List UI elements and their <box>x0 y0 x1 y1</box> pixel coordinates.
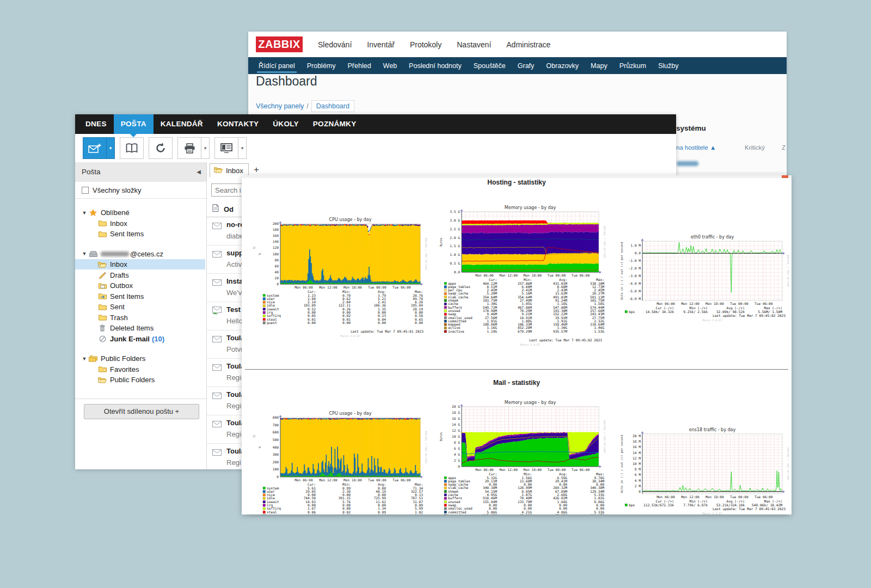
chart-mail-mem[interactable] <box>462 399 599 467</box>
mail-nav-tab-úkoly[interactable]: ÚKOLY <box>266 114 306 134</box>
svg-text:-2.0 M: -2.0 M <box>629 266 641 270</box>
svg-text:Mon 06:00: Mon 06:00 <box>295 478 313 482</box>
new-mail-dropdown-caret[interactable]: ▾ <box>107 137 115 159</box>
folder-deleted-items[interactable]: Deleted Items <box>75 323 205 333</box>
breadcrumb-all-panels[interactable]: Všechny panely <box>256 102 304 110</box>
mail-from: Insta <box>226 277 243 285</box>
zabbix-submenu-poslední-hodnoty[interactable]: Poslední hodnoty <box>403 57 468 74</box>
chart-hosting-mem[interactable] <box>462 204 599 272</box>
add-tab-button[interactable]: + <box>254 164 259 175</box>
svg-text:%: % <box>258 446 261 448</box>
zabbix-submenu-grafy[interactable]: Grafy <box>512 57 541 74</box>
svg-text:Tue 06:00: Tue 06:00 <box>755 302 773 305</box>
reading-pane-button[interactable] <box>214 137 238 159</box>
zabbix-logo[interactable]: ZABBIX <box>256 36 303 52</box>
mail-nav-tab-dnes[interactable]: DNES <box>78 114 114 134</box>
zabbix-menu-administrace[interactable]: Administrace <box>506 40 550 49</box>
print-button[interactable] <box>177 137 201 159</box>
zabbix-menu-inventář[interactable]: Inventář <box>367 40 395 49</box>
chart-hosting-cpu[interactable] <box>280 216 420 284</box>
svg-text:bps: bps <box>629 310 635 314</box>
svg-text:0: 0 <box>639 489 641 493</box>
folder-sent-items[interactable]: Sent Items <box>75 291 205 302</box>
svg-text:Mon 18:00: Mon 18:00 <box>706 495 724 499</box>
zabbix-submenu-průzkum[interactable]: Průzkum <box>614 57 652 74</box>
svg-text:Munin 2.0.67: Munin 2.0.67 <box>520 343 540 346</box>
zabbix-menu-sledování[interactable]: Sledování <box>318 40 352 49</box>
zabbix-submenu-mapy[interactable]: Mapy <box>585 57 614 74</box>
mail-nav-tab-kontakty[interactable]: KONTAKTY <box>210 114 266 134</box>
mail-preview: We'v <box>226 289 242 297</box>
expand-arrow-icon[interactable]: ▼ <box>82 251 87 256</box>
folder--cetes-cz[interactable]: ▼@cetes.cz <box>75 249 205 259</box>
folder-favorites[interactable]: Favorites <box>75 364 205 375</box>
folder-icon <box>98 220 107 226</box>
chart-mail-net[interactable] <box>642 426 782 494</box>
zabbix-submenu-řídící-panel[interactable]: Řídící panel <box>253 57 301 74</box>
trash-icon <box>98 324 107 332</box>
address-book-button[interactable] <box>120 137 144 159</box>
all-folders-checkbox[interactable] <box>82 187 89 194</box>
zabbix-submenu-služby[interactable]: Služby <box>652 57 685 74</box>
folders-icon <box>89 355 97 362</box>
mail-nav-tab-kalendář[interactable]: KALENDÁŘ <box>154 114 210 134</box>
folder-drafts[interactable]: Drafts <box>75 270 205 280</box>
svg-text:Mon 18:00: Mon 18:00 <box>344 285 362 289</box>
svg-text:Mon 18:00: Mon 18:00 <box>706 302 724 305</box>
sidebar-collapse-icon[interactable]: ◀ <box>197 162 201 182</box>
zabbix-submenu-obrazovky[interactable]: Obrazovky <box>540 57 585 74</box>
svg-text:8 M: 8 M <box>635 467 641 471</box>
mail-preview: Regi <box>226 458 241 467</box>
folder-trash[interactable]: Trash <box>75 313 205 323</box>
outbox-icon <box>98 283 107 289</box>
folder-public-folders[interactable]: ▼Public Folders <box>75 353 205 364</box>
svg-text:3.0 G: 3.0 G <box>450 218 460 222</box>
chart-mail-cpu[interactable] <box>280 410 420 477</box>
redacted-host-link[interactable] <box>677 161 698 166</box>
new-mail-button[interactable] <box>83 137 107 159</box>
zabbix-menu-protokoly[interactable]: Protokoly <box>410 40 441 49</box>
expand-arrow-icon[interactable]: ▼ <box>82 356 87 362</box>
svg-text:32.09k/ 98.52k: 32.09k/ 98.52k <box>716 310 745 314</box>
expand-arrow-icon[interactable]: ▼ <box>82 210 87 216</box>
svg-text:14.58k/ 34.32k: 14.58k/ 34.32k <box>646 310 674 314</box>
svg-text:Tue 00:00: Tue 00:00 <box>548 273 566 277</box>
zabbix-submenu-přehled[interactable]: Přehled <box>342 57 377 74</box>
zabbix-submenu-problémy[interactable]: Problémy <box>301 57 342 74</box>
svg-text:1.53G: 1.53G <box>594 329 604 333</box>
folder-public-folders[interactable]: Public Folders <box>75 375 205 385</box>
envelope-icon <box>212 391 222 401</box>
breadcrumb-dashboard[interactable]: Dashboard <box>311 100 354 112</box>
print-dropdown-caret[interactable]: ▾ <box>201 137 210 159</box>
folder-sent[interactable]: Sent <box>75 302 205 312</box>
zabbix-submenu-spouštěče[interactable]: Spouštěče <box>468 57 512 74</box>
zabbix-submenu-web[interactable]: Web <box>377 57 403 74</box>
sent-icon <box>98 293 107 299</box>
folder-sent-items[interactable]: Sent Items <box>75 229 205 239</box>
svg-text:0.0: 0.0 <box>635 251 641 255</box>
mail-nav-tab-pošta[interactable]: POŠTA <box>114 114 154 134</box>
svg-text:bits in (-) / out (+) per seco: bits in (-) / out (+) per second <box>620 435 624 493</box>
folder-obl-ben-[interactable]: ▼Oblíbené <box>75 207 205 218</box>
mail-from: Test <box>226 305 241 314</box>
reading-pane-dropdown-caret[interactable]: ▾ <box>238 137 247 159</box>
svg-text:Mon 12:00: Mon 12:00 <box>319 478 338 482</box>
svg-text:-1.0 M: -1.0 M <box>629 259 641 262</box>
zabbix-menu-nastavení[interactable]: Nastavení <box>457 40 491 49</box>
svg-text:16 G: 16 G <box>452 416 460 420</box>
mail-preview: Activ <box>226 260 242 268</box>
refresh-button[interactable] <box>149 137 173 159</box>
svg-text:0.00: 0.00 <box>308 321 316 324</box>
svg-text:-5.0 M: -5.0 M <box>629 289 641 293</box>
svg-text:53.21k/324.18k: 53.21k/324.18k <box>716 503 745 507</box>
mail-nav-tab-poznámky[interactable]: POZNÁMKY <box>306 114 364 134</box>
open-shared-mail-button[interactable]: Otevřít sdílenou poštu + <box>84 404 199 419</box>
folder-junk-e-mail[interactable]: Junk E-mail(10) <box>75 334 205 344</box>
all-folders-row[interactable]: Všechny složky <box>75 182 206 199</box>
column-host[interactable]: na hostitele ▲ <box>676 144 716 151</box>
folder-outbox[interactable]: Outbox <box>75 280 205 291</box>
chart-hosting-net[interactable] <box>642 234 782 301</box>
svg-text:Tue 00:00: Tue 00:00 <box>548 468 566 471</box>
folder-inbox[interactable]: Inbox <box>75 259 205 270</box>
folder-inbox[interactable]: Inbox <box>75 218 205 229</box>
